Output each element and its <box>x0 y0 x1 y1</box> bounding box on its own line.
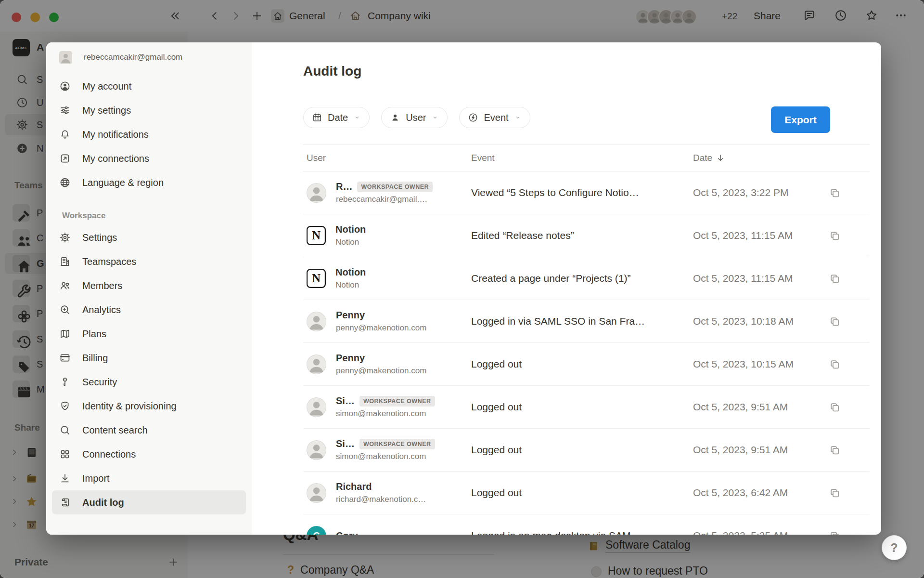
table-row[interactable]: Si…WORKSPACE OWNERsimon@makenotion.comLo… <box>303 429 870 472</box>
nav-item-label: Members <box>82 280 122 291</box>
settings-sidebar: rebeccamcakir@gmail.com My accountMy set… <box>46 42 252 535</box>
copy-icon[interactable] <box>829 530 841 535</box>
account-header: rebeccamcakir@gmail.com <box>46 50 252 65</box>
settings-nav-analytics[interactable]: Analytics <box>52 298 246 322</box>
avatar <box>307 183 326 203</box>
copy-cell <box>829 230 870 242</box>
table-row[interactable]: CCoryLogged in on mac-desktop via SAM…Oc… <box>303 514 870 535</box>
user-column-header: User <box>303 153 471 163</box>
copy-icon[interactable] <box>829 358 841 370</box>
nav-item-label: Connections <box>82 449 136 460</box>
table-row[interactable]: Pennypenny@makenotion.comLogged in via S… <box>303 300 870 343</box>
settings-nav-teamspaces[interactable]: Teamspaces <box>52 250 246 274</box>
user-name-line: Richard <box>336 481 426 492</box>
nav-item-label: My connections <box>82 153 149 164</box>
help-button[interactable]: ? <box>882 535 907 560</box>
user-cell: NNotionNotion <box>303 224 471 247</box>
building-icon <box>59 256 71 267</box>
workspace-owner-badge: WORKSPACE OWNER <box>359 396 435 407</box>
settings-nav-billing[interactable]: Billing <box>52 346 246 370</box>
table-row[interactable]: R…WORKSPACE OWNERrebeccamcakir@gmail.…Vi… <box>303 171 870 214</box>
export-button[interactable]: Export <box>771 106 830 133</box>
copy-icon[interactable] <box>829 230 841 242</box>
date-cell: Oct 5, 2023, 9:51 AM <box>693 444 829 456</box>
copy-icon[interactable] <box>829 444 841 456</box>
event-cell: Logged out <box>471 444 693 456</box>
gear-icon <box>59 232 71 243</box>
table-row[interactable]: Si…WORKSPACE OWNERsimon@makenotion.comLo… <box>303 386 870 429</box>
user-name-line: Penny <box>336 353 426 364</box>
grid-icon <box>59 448 71 460</box>
nav-item-label: Language & region <box>82 177 164 188</box>
date-cell: Oct 5, 2023, 6:42 AM <box>693 487 829 499</box>
settings-nav-import[interactable]: Import <box>52 466 246 490</box>
table-row[interactable]: NNotionNotionEdited “Release notes”Oct 5… <box>303 214 870 257</box>
filter-user[interactable]: User <box>381 107 448 128</box>
settings-nav-security[interactable]: Security <box>52 370 246 394</box>
scroll-icon <box>59 497 71 508</box>
copy-icon[interactable] <box>829 187 841 199</box>
user-email: penny@makenotion.com <box>336 366 426 376</box>
import-icon <box>59 473 71 484</box>
filter-label: Date <box>328 112 348 123</box>
copy-cell <box>829 187 870 199</box>
copy-cell <box>829 358 870 370</box>
table-row[interactable]: Richardrichard@makenotion.c…Logged outOc… <box>303 472 870 514</box>
settings-nav-my-connections[interactable]: My connections <box>52 146 246 171</box>
nav-item-label: Plans <box>82 328 106 340</box>
table-row[interactable]: NNotionNotionCreated a page under “Proje… <box>303 257 870 300</box>
nav-item-label: Content search <box>82 425 148 436</box>
date-cell: Oct 5, 2023, 11:15 AM <box>693 230 829 241</box>
nav-item-label: Teamspaces <box>82 256 136 267</box>
settings-nav-connections[interactable]: Connections <box>52 442 246 466</box>
event-column-header: Event <box>471 153 693 163</box>
key-icon <box>59 376 71 388</box>
settings-nav-my-settings[interactable]: My settings <box>52 98 246 122</box>
table-row[interactable]: Pennypenny@makenotion.comLogged outOct 5… <box>303 343 870 386</box>
account-nav-list: My accountMy settingsMy notificationsMy … <box>46 74 252 195</box>
settings-nav-settings[interactable]: Settings <box>52 225 246 250</box>
shield-icon <box>59 400 71 412</box>
sliders-icon <box>59 105 71 116</box>
user-detail: Si…WORKSPACE OWNERsimon@makenotion.com <box>336 438 435 461</box>
copy-icon[interactable] <box>829 273 841 285</box>
user-email: Notion <box>335 237 366 247</box>
copy-cell <box>829 273 870 285</box>
date-cell: Oct 5, 2023, 9:51 AM <box>693 401 829 413</box>
date-cell: Oct 5, 2023, 11:15 AM <box>693 273 829 284</box>
settings-nav-language-region[interactable]: Language & region <box>52 171 246 195</box>
copy-icon[interactable] <box>829 401 841 413</box>
avatar <box>307 312 326 331</box>
avatar: N <box>307 269 326 288</box>
settings-nav-plans[interactable]: Plans <box>52 322 246 346</box>
date-column-header[interactable]: Date <box>693 153 829 163</box>
bell-icon <box>59 129 71 140</box>
search-icon <box>59 424 71 436</box>
copy-icon[interactable] <box>829 487 841 499</box>
filter-event[interactable]: Event <box>459 107 530 128</box>
settings-nav-my-notifications[interactable]: My notifications <box>52 122 246 146</box>
user-email: penny@makenotion.com <box>336 323 426 333</box>
settings-nav-members[interactable]: Members <box>52 274 246 298</box>
user-cell: Si…WORKSPACE OWNERsimon@makenotion.com <box>303 438 471 461</box>
date-column-label: Date <box>693 153 712 163</box>
settings-nav-content-search[interactable]: Content search <box>52 418 246 442</box>
filter-date[interactable]: Date <box>303 107 370 128</box>
event-cell: Logged out <box>471 487 693 499</box>
user-cell: R…WORKSPACE OWNERrebeccamcakir@gmail.… <box>303 181 471 204</box>
user-name: R… <box>336 181 352 192</box>
date-cell: Oct 5, 2023, 10:15 AM <box>693 358 829 370</box>
map-icon <box>59 328 71 340</box>
user-name-line: Notion <box>335 267 366 278</box>
calendar-icon <box>312 112 322 123</box>
copy-icon[interactable] <box>829 315 841 328</box>
settings-nav-identity-provisioning[interactable]: Identity & provisioning <box>52 394 246 418</box>
user-name: Richard <box>336 481 372 492</box>
link-out-icon <box>59 153 71 164</box>
user-detail: Si…WORKSPACE OWNERsimon@makenotion.com <box>336 395 435 419</box>
nav-item-label: Import <box>82 473 110 484</box>
copy-cell <box>829 487 870 499</box>
settings-nav-audit-log[interactable]: Audit log <box>52 490 246 514</box>
event-cell: Logged in on mac-desktop via SAM… <box>471 530 693 535</box>
settings-nav-my-account[interactable]: My account <box>52 74 246 98</box>
